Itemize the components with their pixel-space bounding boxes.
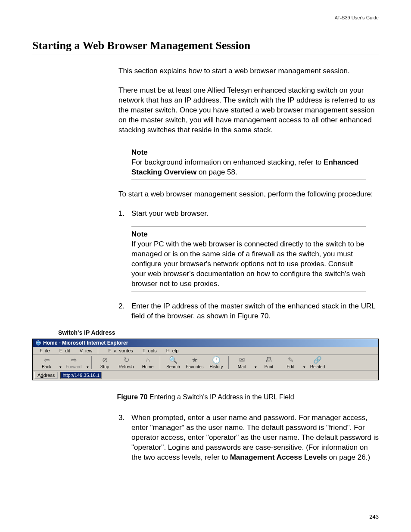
toolbar-edit-button[interactable]: ✎ Edit: [281, 356, 300, 369]
figure-caption-text: Entering a Switch's IP Address in the UR…: [148, 393, 294, 401]
search-icon: 🔍: [169, 356, 177, 364]
note-2-text: If your PC with the web browser is conne…: [131, 240, 365, 288]
favorites-icon: ★: [190, 356, 199, 364]
toolbar-search-button[interactable]: 🔍 Search: [164, 356, 183, 369]
menu-separator: [98, 348, 103, 354]
toolbar-forward-label: Forward: [66, 364, 82, 369]
menu-view[interactable]: View: [75, 348, 95, 354]
note-text-post: on page 58.: [196, 168, 237, 176]
address-bar: Address http://149.35.16.1: [33, 370, 378, 380]
menu-tools[interactable]: Tools: [137, 348, 159, 354]
toolbar-back-button[interactable]: ⇦ Back: [37, 356, 56, 369]
toolbar-mail-button[interactable]: ✉ Mail: [232, 356, 251, 369]
toolbar-print-label: Print: [265, 364, 274, 369]
mail-dropdown-icon[interactable]: ▾: [255, 365, 257, 369]
ie-logo-icon: [35, 340, 41, 346]
step-1: 1. Start your web browser.: [118, 209, 379, 219]
procedure-intro: To start a web browser management sessio…: [118, 190, 379, 199]
address-label: Address: [34, 372, 58, 379]
browser-toolbar: ⇦ Back ▾ ⇨ Forward ▾ ⊘ Stop ↻ Refresh: [33, 355, 378, 370]
toolbar-favorites-label: Favorites: [186, 364, 203, 369]
mail-icon: ✉: [237, 356, 246, 364]
note-box-2: Note If your PC with the web browser is …: [131, 227, 366, 292]
forward-dropdown-icon[interactable]: ▾: [87, 365, 89, 369]
toolbar-related-label: Related: [310, 364, 325, 369]
step-1-number: 1.: [118, 209, 131, 219]
figure-number: Figure 70: [117, 393, 147, 401]
toolbar-related-button[interactable]: 🔗 Related: [308, 356, 327, 369]
step-3-number: 3.: [118, 413, 131, 463]
page-number: 243: [369, 513, 379, 520]
step-3: 3. When prompted, enter a user name and …: [118, 413, 379, 463]
intro-paragraph-2: There must be at least one Allied Telesy…: [118, 86, 379, 135]
note-text-pre: For background information on enhanced s…: [131, 158, 324, 166]
toolbar-stop-label: Stop: [100, 364, 109, 369]
toolbar-print-button[interactable]: 🖶 Print: [259, 356, 278, 369]
toolbar-mail-label: Mail: [238, 364, 246, 369]
toolbar-search-label: Search: [166, 364, 180, 369]
intro-paragraph-1: This section explains how to start a web…: [118, 66, 379, 76]
menu-favorites[interactable]: Favorites: [106, 348, 136, 354]
menu-edit[interactable]: Edit: [54, 348, 73, 354]
figure-pointer-label: Switch's IP Address: [58, 329, 379, 336]
address-url-input[interactable]: http://149.35.16.1: [60, 372, 102, 379]
figure-caption: Figure 70 Entering a Switch's IP Address…: [32, 393, 379, 401]
edit-dropdown-icon[interactable]: ▾: [303, 365, 305, 369]
menu-help[interactable]: Help: [161, 348, 181, 354]
back-arrow-icon: ⇦: [42, 356, 51, 364]
toolbar-refresh-label: Refresh: [118, 364, 134, 369]
step-2: 2. Enter the IP address of the master sw…: [118, 302, 379, 321]
stop-icon: ⊘: [100, 356, 109, 364]
note-label-2: Note: [131, 230, 148, 238]
toolbar-home-button[interactable]: ⌂ Home: [138, 356, 157, 369]
toolbar-favorites-button[interactable]: ★ Favorites: [185, 356, 204, 369]
related-icon: 🔗: [313, 356, 322, 364]
browser-menubar: File Edit View Favorites Tools Help: [33, 347, 378, 355]
toolbar-back-label: Back: [42, 364, 51, 369]
back-dropdown-icon[interactable]: ▾: [59, 365, 62, 369]
toolbar-stop-button[interactable]: ⊘ Stop: [95, 356, 114, 369]
step-2-text: Enter the IP address of the master switc…: [131, 302, 379, 321]
note-box-1: Note For background information on enhan…: [131, 145, 366, 180]
step-3-text-post: on page 26.): [327, 453, 370, 461]
step-3-bold-ref: Management Access Levels: [230, 453, 327, 461]
refresh-icon: ↻: [122, 356, 131, 364]
toolbar-history-button[interactable]: 🕘 History: [207, 356, 226, 369]
toolbar-edit-label: Edit: [286, 364, 294, 369]
home-icon: ⌂: [143, 356, 152, 364]
toolbar-forward-button[interactable]: ⇨ Forward: [64, 356, 83, 369]
note-label: Note: [131, 148, 148, 156]
menu-file[interactable]: File: [34, 348, 53, 354]
step-3-text: When prompted, enter a user name and pas…: [131, 413, 379, 463]
browser-titlebar: Home - Microsoft Internet Explorer: [33, 339, 378, 347]
edit-icon: ✎: [286, 356, 295, 364]
step-2-number: 2.: [118, 302, 131, 321]
forward-arrow-icon: ⇨: [69, 356, 78, 364]
toolbar-refresh-button[interactable]: ↻ Refresh: [117, 356, 136, 369]
print-icon: 🖶: [265, 356, 273, 364]
browser-title-text: Home - Microsoft Internet Explorer: [43, 340, 128, 346]
history-icon: 🕘: [212, 356, 221, 364]
title-rule: [32, 55, 379, 55]
toolbar-history-label: History: [209, 364, 223, 369]
browser-screenshot: Home - Microsoft Internet Explorer File …: [32, 339, 379, 380]
step-1-text: Start your web browser.: [131, 209, 379, 219]
page-title: Starting a Web Browser Management Sessio…: [32, 39, 379, 52]
toolbar-home-label: Home: [142, 364, 154, 369]
header-guide-name: AT-S39 User's Guide: [32, 15, 379, 20]
